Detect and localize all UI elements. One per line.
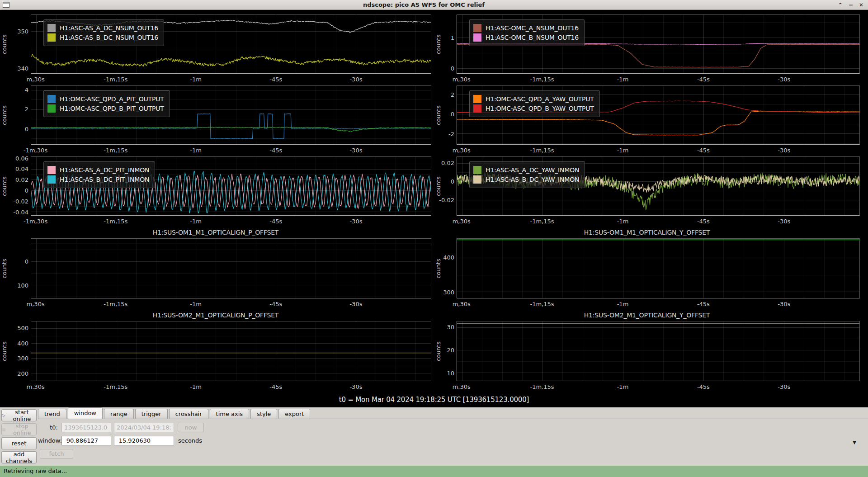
plot-canvas-p3r[interactable]: H1:ASC-AS_A_DC_YAW_INMONH1:ASC-AS_B_DC_Y… [457, 156, 860, 216]
tab-window[interactable]: window [68, 407, 103, 419]
x-axis-ticks: m,30s-1m,15s-1m-45s-30s [31, 298, 431, 310]
plot-canvas-p1l[interactable]: H1:ASC-AS_A_DC_NSUM_OUT16H1:ASC-AS_B_DC_… [31, 14, 431, 74]
plot-legend[interactable]: H1:ASC-AS_A_DC_PIT_INMONH1:ASC-AS_B_DC_P… [43, 161, 155, 188]
plot-canvas-p5r[interactable] [457, 321, 860, 381]
y-tick-label: 400 [17, 340, 28, 346]
legend-channel-name: H1:OMC-ASC_QPD_B_PIT_OUTPUT [60, 105, 164, 112]
x-tick-label: -1m,15s [530, 383, 554, 390]
legend-channel-name: H1:OMC-ASC_QPD_A_YAW_OUTPUT [486, 95, 594, 103]
x-tick-label: -1m [617, 147, 629, 154]
legend-channel-name: H1:ASC-AS_A_DC_NSUM_OUT16 [60, 24, 158, 32]
tab-time-axis[interactable]: time axis [210, 409, 250, 419]
y-axis-ticks: 20-2 [442, 85, 457, 145]
legend-channel-name: H1:ASC-AS_A_DC_PIT_INMON [60, 166, 149, 174]
control-panel: ▷ start online ■ stop online reset add c… [0, 407, 868, 466]
y-tick-label: 0.06 [15, 155, 28, 161]
plot-panel-p4l: H1:SUS-OM1_M1_OPTICALIGN_P_OFFSETcounts0… [0, 227, 434, 310]
y-tick-label: 4 [25, 86, 28, 93]
plot-legend[interactable]: H1:ASC-AS_A_DC_NSUM_OUT16H1:ASC-AS_B_DC_… [43, 19, 164, 46]
legend-item: H1:ASC-AS_B_DC_PIT_INMON [47, 175, 149, 184]
legend-channel-name: H1:ASC-AS_A_DC_YAW_INMON [486, 166, 579, 174]
t0-utc-input[interactable] [114, 423, 174, 432]
y-tick-label: 0 [25, 126, 28, 132]
shade-icon[interactable]: ⌃ [838, 2, 843, 8]
plot-canvas-p4l[interactable] [31, 238, 431, 298]
plot-legend[interactable]: H1:OMC-ASC_QPD_A_YAW_OUTPUTH1:OMC-ASC_QP… [469, 90, 600, 117]
y-axis-ticks: 500400300200 [8, 321, 31, 381]
x-tick-label: -1m,30s [24, 147, 47, 154]
plot-legend[interactable]: H1:ASC-AS_A_DC_YAW_INMONH1:ASC-AS_B_DC_Y… [469, 161, 585, 188]
plot-row-5: H1:SUS-OM2_M1_OPTICALIGN_P_OFFSETcounts5… [0, 310, 868, 393]
plot-canvas-p4r[interactable] [457, 238, 860, 298]
seconds-label: seconds [178, 437, 202, 444]
y-tick-label: 400 [443, 254, 454, 261]
y-tick-label: 0.04 [15, 165, 28, 172]
panel-collapse-caret[interactable]: ▼ [853, 440, 856, 445]
y-tick-label: 0 [25, 258, 28, 264]
x-tick-label: -45s [269, 76, 282, 83]
x-tick-label: m,30s [453, 301, 471, 307]
x-tick-label: -45s [269, 383, 282, 390]
x-tick-label: -1m,15s [104, 218, 127, 225]
x-tick-label: -1m [190, 301, 202, 307]
close-icon[interactable]: ✕ [859, 2, 863, 8]
x-tick-label: -30s [778, 76, 790, 83]
plot-legend[interactable]: H1:ASC-OMC_A_NSUM_OUT16H1:ASC-OMC_B_NSUM… [469, 19, 585, 46]
plot-canvas-p2l[interactable]: H1:OMC-ASC_QPD_A_PIT_OUTPUTH1:OMC-ASC_QP… [31, 85, 431, 145]
y-axis-label: counts [434, 14, 442, 74]
tab-trigger[interactable]: trigger [135, 409, 168, 419]
x-tick-label: -45s [269, 218, 282, 225]
legend-item: H1:OMC-ASC_QPD_A_YAW_OUTPUT [473, 95, 594, 103]
tab-trend[interactable]: trend [38, 409, 66, 419]
t0-gps-input[interactable] [61, 423, 111, 432]
plot-canvas-p3l[interactable]: H1:ASC-AS_A_DC_PIT_INMONH1:ASC-AS_B_DC_P… [31, 156, 431, 216]
plot-canvas-p1r[interactable]: H1:ASC-OMC_A_NSUM_OUT16H1:ASC-OMC_B_NSUM… [457, 14, 860, 74]
start-online-button[interactable]: ▷ start online [1, 409, 37, 421]
plot-panel-p5r: H1:SUS-OM2_M1_OPTICALIGN_Y_OFFSETcounts3… [434, 310, 868, 393]
title-bar: ndscope: pico AS WFS for OMC relief ⌃ − … [0, 0, 868, 10]
x-axis-ticks: -1m,30s-1m,15s-1m-45s-30s [31, 145, 431, 156]
stop-online-button[interactable]: ■ stop online [1, 423, 37, 435]
window-start-input[interactable] [61, 436, 111, 445]
tab-crosshair[interactable]: crosshair [169, 409, 208, 419]
plot-legend[interactable]: H1:OMC-ASC_QPD_A_PIT_OUTPUTH1:OMC-ASC_QP… [43, 90, 170, 117]
play-icon: ▷ [2, 413, 5, 418]
legend-item: H1:ASC-AS_B_DC_NSUM_OUT16 [47, 33, 158, 42]
plot-row-3: counts0.060.040.020-0.02-0.04H1:ASC-AS_A… [0, 156, 868, 227]
add-channels-button[interactable]: add channels [1, 451, 37, 463]
x-axis-ticks: m,30s-1m,15s-1m-45s-30s [457, 381, 860, 393]
reset-button[interactable]: reset [1, 437, 37, 449]
tab-range[interactable]: range [104, 409, 134, 419]
legend-swatch [473, 175, 481, 184]
plot-canvas-p5l[interactable] [31, 321, 431, 381]
x-tick-label: -30s [349, 218, 362, 225]
legend-swatch [47, 104, 56, 113]
x-tick-label: -30s [349, 383, 362, 390]
x-tick-label: m,30s [453, 76, 471, 83]
tab-export[interactable]: export [278, 409, 310, 419]
tab-style[interactable]: style [250, 409, 277, 419]
legend-item: H1:OMC-ASC_QPD_B_YAW_OUTPUT [473, 104, 594, 113]
y-tick-label: 0.02 [15, 176, 28, 183]
x-tick-label: -1m,15s [530, 218, 554, 225]
y-tick-label: 200 [17, 370, 28, 377]
start-online-label: start online [8, 409, 36, 422]
window-icon [3, 2, 9, 8]
plot-panel-p2l: counts420H1:OMC-ASC_QPD_A_PIT_OUTPUTH1:O… [0, 85, 434, 156]
x-tick-label: -30s [349, 76, 362, 83]
minimize-icon[interactable]: − [849, 2, 853, 8]
fetch-button[interactable]: fetch [40, 449, 73, 459]
x-tick-label: -1m [617, 218, 629, 225]
now-button[interactable]: now [178, 423, 204, 432]
legend-item: H1:ASC-AS_B_DC_YAW_INMON [473, 175, 579, 184]
x-axis-ticks: m,30s-1m,15s-1m-45s-30s [457, 145, 860, 156]
plot-canvas-p2r[interactable]: H1:OMC-ASC_QPD_A_YAW_OUTPUTH1:OMC-ASC_QP… [457, 85, 860, 145]
plot-panel-p4r: H1:SUS-OM1_M1_OPTICALIGN_Y_OFFSETcounts4… [434, 227, 868, 310]
x-tick-label: -1m,15s [530, 76, 554, 83]
t0-label: t0: [38, 424, 58, 431]
window-stop-input[interactable] [114, 436, 174, 445]
plot-grid: counts350340H1:ASC-AS_A_DC_NSUM_OUT16H1:… [0, 10, 868, 393]
x-axis-ticks: m,30s-1m,15s-1m-45s-30s [31, 381, 431, 393]
y-tick-label: -2 [448, 130, 454, 137]
y-axis-ticks: 420 [8, 85, 31, 145]
